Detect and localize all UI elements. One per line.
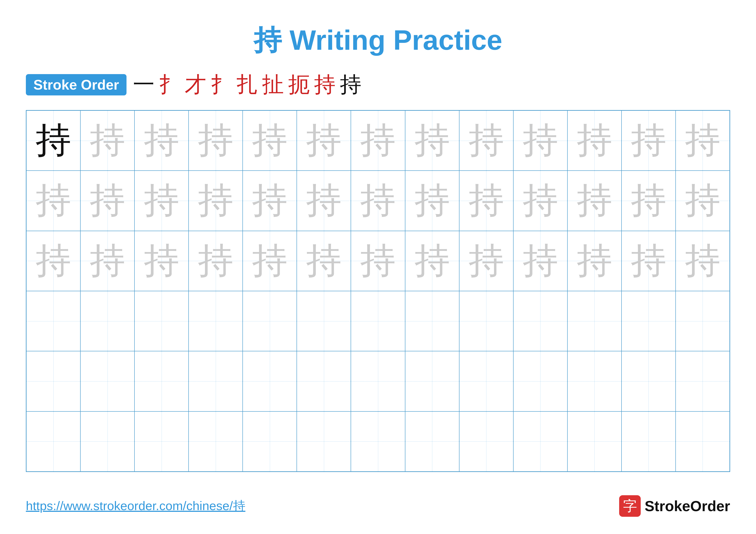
grid-cell-r5c6[interactable] [297, 351, 351, 411]
grid-cell-r1c7: 持 [351, 111, 405, 171]
grid-cell-r1c4: 持 [189, 111, 243, 171]
grid-cell-r4c7[interactable] [351, 291, 405, 351]
stroke-char-7: 持 [314, 70, 336, 99]
grid-cell-r1c3: 持 [134, 111, 189, 171]
grid-cell-r2c4: 持 [189, 171, 243, 231]
grid-cell-r5c12[interactable] [622, 351, 676, 411]
grid-cell-r1c10: 持 [513, 111, 567, 171]
grid-cell-r4c9[interactable] [459, 291, 513, 351]
stroke-char-0: 一 [133, 70, 154, 99]
grid-cell-r2c5: 持 [243, 171, 297, 231]
grid-cell-r3c11: 持 [567, 231, 622, 291]
grid-cell-r1c12: 持 [622, 111, 676, 171]
stroke-char-5: 扯 [262, 70, 284, 99]
grid-cell-r5c10[interactable] [513, 351, 567, 411]
grid-cell-r2c12: 持 [622, 171, 676, 231]
grid-cell-r3c7: 持 [351, 231, 405, 291]
page: 持 Writing Practice Stroke Order 一 扌 才 扌 … [0, 0, 756, 534]
grid-cell-r1c13: 持 [676, 111, 730, 171]
grid-cell-r6c4[interactable] [189, 411, 243, 471]
grid-cell-r1c6: 持 [297, 111, 351, 171]
grid-cell-r6c12[interactable] [622, 411, 676, 471]
grid-cell-r3c9: 持 [459, 231, 513, 291]
stroke-order-badge: Stroke Order [26, 74, 126, 95]
stroke-chars-container: 一 扌 才 扌 扎 扯 扼 持 持 [133, 70, 362, 99]
grid-cell-r2c10: 持 [513, 171, 567, 231]
grid-cell-r5c9[interactable] [459, 351, 513, 411]
grid-cell-r6c2[interactable] [80, 411, 134, 471]
grid-cell-r3c5: 持 [243, 231, 297, 291]
grid-cell-r4c2[interactable] [80, 291, 134, 351]
grid-cell-r3c2: 持 [80, 231, 134, 291]
grid-cell-r5c13[interactable] [676, 351, 730, 411]
grid-cell-r5c11[interactable] [567, 351, 622, 411]
grid-cell-r6c9[interactable] [459, 411, 513, 471]
grid-cell-r6c1[interactable] [26, 411, 80, 471]
grid-cell-r1c1: 持 [26, 111, 80, 171]
grid-cell-r1c2: 持 [80, 111, 134, 171]
grid-cell-r4c1[interactable] [26, 291, 80, 351]
grid-cell-r2c8: 持 [405, 171, 459, 231]
grid-cell-r2c11: 持 [567, 171, 622, 231]
grid-cell-r1c8: 持 [405, 111, 459, 171]
grid-cell-r6c6[interactable] [297, 411, 351, 471]
grid-cell-r3c4: 持 [189, 231, 243, 291]
grid-cell-r4c13[interactable] [676, 291, 730, 351]
grid-cell-r6c7[interactable] [351, 411, 405, 471]
grid-cell-r6c11[interactable] [567, 411, 622, 471]
grid-cell-r4c4[interactable] [189, 291, 243, 351]
grid-cell-r5c3[interactable] [134, 351, 189, 411]
grid-cell-r4c6[interactable] [297, 291, 351, 351]
grid-cell-r6c10[interactable] [513, 411, 567, 471]
grid-cell-r4c5[interactable] [243, 291, 297, 351]
grid-cell-r5c7[interactable] [351, 351, 405, 411]
grid-cell-r5c8[interactable] [405, 351, 459, 411]
stroke-char-8: 持 [340, 70, 362, 99]
logo-text: StrokeOrder [645, 497, 730, 514]
grid-cell-r4c11[interactable] [567, 291, 622, 351]
grid-cell-r4c12[interactable] [622, 291, 676, 351]
grid-cell-r5c4[interactable] [189, 351, 243, 411]
practice-grid: 持 持 持 持 持 持 持 持 持 持 持 持 持 持 持 持 持 持 持 持 … [26, 110, 730, 472]
grid-cell-r2c2: 持 [80, 171, 134, 231]
grid-cell-r4c8[interactable] [405, 291, 459, 351]
grid-cell-r4c10[interactable] [513, 291, 567, 351]
stroke-char-3: 扌 [210, 70, 232, 99]
grid-cell-r3c13: 持 [676, 231, 730, 291]
page-title: 持 Writing Practice [254, 21, 502, 60]
grid-cell-r6c13[interactable] [676, 411, 730, 471]
grid-cell-r3c1: 持 [26, 231, 80, 291]
footer-url[interactable]: https://www.strokeorder.com/chinese/持 [26, 497, 245, 514]
grid-cell-r5c5[interactable] [243, 351, 297, 411]
stroke-char-6: 扼 [288, 70, 310, 99]
grid-cell-r5c2[interactable] [80, 351, 134, 411]
grid-cell-r3c10: 持 [513, 231, 567, 291]
grid-cell-r3c3: 持 [134, 231, 189, 291]
grid-cell-r6c5[interactable] [243, 411, 297, 471]
grid-cell-r2c6: 持 [297, 171, 351, 231]
grid-cell-r1c11: 持 [567, 111, 622, 171]
logo-icon: 字 [619, 495, 641, 517]
footer-logo: 字 StrokeOrder [619, 495, 730, 517]
grid-cell-r4c3[interactable] [134, 291, 189, 351]
stroke-char-2: 才 [185, 70, 206, 99]
grid-cell-r3c12: 持 [622, 231, 676, 291]
grid-cell-r2c9: 持 [459, 171, 513, 231]
grid-cell-r2c1: 持 [26, 171, 80, 231]
stroke-char-1: 扌 [159, 70, 180, 99]
grid-cell-r3c6: 持 [297, 231, 351, 291]
grid-cell-r3c8: 持 [405, 231, 459, 291]
stroke-char-4: 扎 [236, 70, 258, 99]
footer: https://www.strokeorder.com/chinese/持 字 … [26, 495, 730, 517]
grid-cell-r6c8[interactable] [405, 411, 459, 471]
grid-cell-r1c5: 持 [243, 111, 297, 171]
grid-cell-r5c1[interactable] [26, 351, 80, 411]
grid-cell-r2c7: 持 [351, 171, 405, 231]
grid-cell-r1c9: 持 [459, 111, 513, 171]
grid-cell-r2c13: 持 [676, 171, 730, 231]
grid-cell-r6c3[interactable] [134, 411, 189, 471]
stroke-order-row: Stroke Order 一 扌 才 扌 扎 扯 扼 持 持 [26, 70, 730, 99]
grid-cell-r2c3: 持 [134, 171, 189, 231]
